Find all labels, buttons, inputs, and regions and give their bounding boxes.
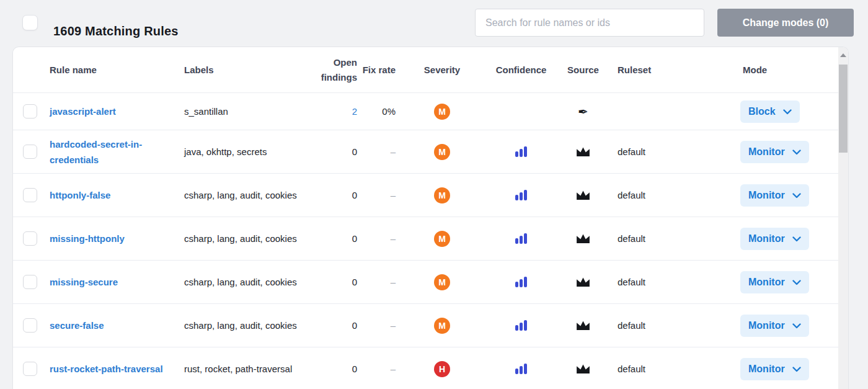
- severity-badge: M: [434, 187, 450, 203]
- rule-labels: csharp, lang, audit, cookies: [180, 318, 311, 333]
- ruleset-name: default: [613, 277, 735, 287]
- crown-icon: [576, 146, 590, 157]
- row-checkbox[interactable]: [23, 318, 37, 333]
- column-header-mode: Mode: [735, 63, 838, 78]
- fix-rate-value: –: [391, 233, 396, 244]
- rule-labels: csharp, lang, audit, cookies: [180, 231, 311, 246]
- chevron-down-icon: [792, 150, 801, 155]
- row-checkbox[interactable]: [23, 231, 37, 246]
- mode-label: Monitor: [748, 364, 785, 375]
- page-header: 1609 Matching Rules Change modes (0): [0, 0, 868, 47]
- open-findings-count: 0: [352, 320, 357, 331]
- bar-chart-icon: [515, 233, 527, 244]
- column-header-source: Source: [554, 63, 613, 78]
- table-row: httponly-false csharp, lang, audit, cook…: [13, 173, 838, 217]
- severity-badge: M: [434, 144, 450, 160]
- chevron-down-icon: [792, 236, 801, 242]
- rule-name-link[interactable]: hardcoded-secret-in-credentials: [50, 136, 173, 168]
- open-findings-count: 0: [352, 233, 357, 244]
- fix-rate-value: –: [391, 277, 396, 287]
- fix-rate-value: –: [391, 364, 396, 374]
- rule-name-link[interactable]: httponly-false: [50, 187, 110, 203]
- column-header-fix-rate: Fix rate: [357, 63, 396, 78]
- bar-chart-icon: [515, 320, 527, 331]
- scrollbar-thumb[interactable]: [839, 65, 848, 153]
- severity-badge: M: [434, 104, 450, 120]
- fix-rate-value: –: [391, 146, 396, 157]
- fix-rate-value: –: [391, 190, 396, 200]
- mode-dropdown[interactable]: Monitor: [740, 228, 809, 250]
- bar-chart-icon: [515, 146, 527, 157]
- table-row: missing-secure csharp, lang, audit, cook…: [13, 260, 838, 303]
- row-checkbox[interactable]: [23, 188, 37, 202]
- rules-table: Rule name Labels Open findings Fix rate …: [13, 47, 838, 389]
- pen-nib-icon: ✒: [578, 105, 588, 118]
- column-header-ruleset: Ruleset: [613, 63, 735, 78]
- severity-badge: M: [434, 318, 450, 334]
- bar-chart-icon: [515, 364, 527, 374]
- open-findings-count: 0: [352, 190, 357, 200]
- rule-name-link[interactable]: missing-httponly: [50, 231, 125, 246]
- open-findings-count: 0: [352, 146, 357, 157]
- rule-name-link[interactable]: missing-secure: [50, 274, 118, 290]
- open-findings-count[interactable]: 2: [352, 106, 357, 117]
- bar-chart-icon: [515, 277, 527, 287]
- crown-icon: [576, 277, 590, 287]
- ruleset-name: default: [613, 320, 735, 331]
- row-checkbox[interactable]: [23, 362, 37, 376]
- crown-icon: [576, 190, 590, 200]
- rule-labels: java, okhttp, secrets: [180, 144, 311, 159]
- change-modes-button[interactable]: Change modes (0): [717, 9, 854, 37]
- ruleset-name: default: [613, 146, 735, 157]
- row-checkbox[interactable]: [23, 275, 37, 289]
- vertical-scrollbar[interactable]: [838, 47, 848, 389]
- mode-dropdown[interactable]: Monitor: [740, 271, 809, 293]
- ruleset-name: default: [613, 233, 735, 244]
- rule-labels: s_santillan: [180, 104, 311, 119]
- chevron-down-icon: [792, 193, 801, 199]
- rule-name-link[interactable]: javascript-alert: [50, 104, 116, 119]
- mode-dropdown[interactable]: Block: [740, 101, 800, 123]
- mode-dropdown[interactable]: Monitor: [740, 184, 809, 207]
- chevron-down-icon: [792, 367, 801, 372]
- table-row: javascript-alert s_santillan 2 0% M ✒ Bl…: [13, 92, 838, 130]
- fix-rate-value: 0%: [382, 106, 396, 117]
- chevron-down-icon: [792, 323, 801, 329]
- mode-dropdown[interactable]: Monitor: [740, 141, 809, 163]
- open-findings-count: 0: [352, 277, 357, 287]
- mode-label: Monitor: [748, 146, 785, 158]
- table-row: missing-httponly csharp, lang, audit, co…: [13, 217, 838, 260]
- mode-label: Monitor: [748, 320, 785, 331]
- table-row: rust-rocket-path-traversal rust, rocket,…: [13, 347, 838, 389]
- rule-labels: csharp, lang, audit, cookies: [180, 187, 311, 203]
- crown-icon: [576, 364, 590, 374]
- rule-name-link[interactable]: rust-rocket-path-traversal: [50, 361, 163, 377]
- rules-table-card: Rule name Labels Open findings Fix rate …: [12, 47, 849, 389]
- rule-labels: csharp, lang, audit, cookies: [180, 274, 311, 290]
- row-checkbox[interactable]: [23, 104, 37, 118]
- page-title: 1609 Matching Rules: [53, 24, 179, 38]
- rule-name-link[interactable]: secure-false: [50, 318, 104, 333]
- fix-rate-value: –: [391, 320, 396, 331]
- rule-labels: rust, rocket, path-traversal: [180, 361, 311, 377]
- scroll-up-button[interactable]: [840, 53, 846, 57]
- severity-badge: M: [434, 231, 450, 247]
- chevron-down-icon: [792, 280, 801, 285]
- crown-icon: [576, 233, 590, 244]
- mode-label: Block: [748, 106, 776, 117]
- mode-label: Monitor: [748, 190, 785, 201]
- mode-dropdown[interactable]: Monitor: [740, 315, 809, 337]
- chevron-down-icon: [783, 109, 792, 115]
- table-header-row: Rule name Labels Open findings Fix rate …: [13, 47, 838, 92]
- open-findings-count: 0: [352, 364, 357, 374]
- column-header-open-findings: Open findings: [311, 55, 357, 85]
- mode-dropdown[interactable]: Monitor: [740, 358, 809, 380]
- column-header-labels: Labels: [180, 63, 311, 78]
- column-header-rule-name: Rule name: [41, 63, 180, 78]
- search-input[interactable]: [475, 9, 704, 37]
- ruleset-name: default: [613, 364, 735, 374]
- row-checkbox[interactable]: [23, 145, 37, 159]
- column-header-confidence: Confidence: [489, 63, 554, 78]
- ruleset-name: default: [613, 190, 735, 200]
- select-all-checkbox[interactable]: [22, 15, 38, 30]
